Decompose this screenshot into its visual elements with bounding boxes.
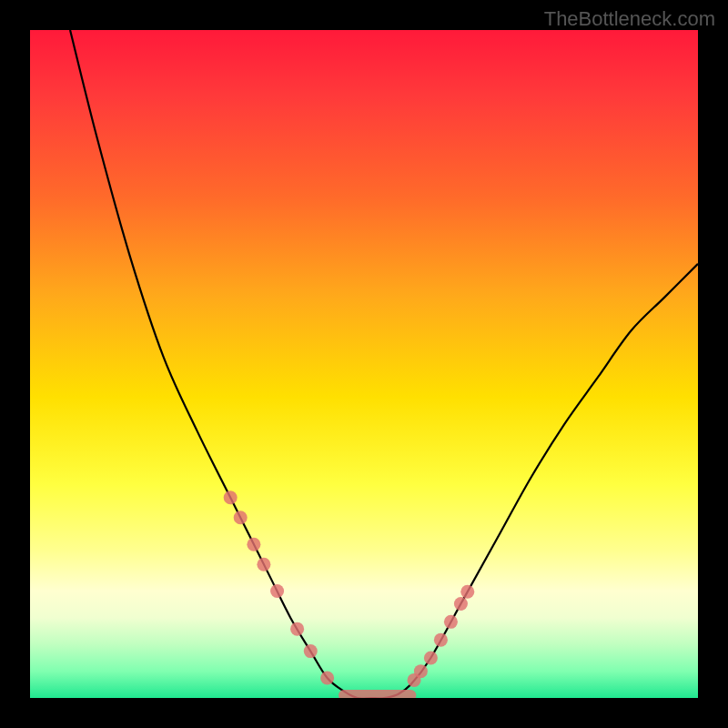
chart-svg	[30, 30, 698, 698]
data-marker	[290, 622, 304, 636]
data-marker	[460, 585, 474, 599]
data-marker	[414, 664, 428, 678]
watermark-text: TheBottleneck.com	[544, 7, 715, 31]
data-marker	[454, 597, 468, 611]
bottleneck-curve	[70, 30, 698, 698]
data-marker	[304, 644, 318, 658]
right-ascent-markers	[408, 585, 475, 687]
data-marker	[270, 584, 284, 598]
data-marker	[320, 671, 334, 684]
plot-area	[30, 30, 698, 698]
left-descent-markers	[224, 490, 334, 684]
data-marker	[424, 651, 438, 664]
data-marker	[444, 615, 458, 629]
data-marker	[224, 490, 238, 504]
data-marker	[234, 511, 248, 524]
data-marker	[247, 538, 260, 551]
data-marker	[257, 558, 270, 571]
data-marker	[434, 633, 448, 647]
